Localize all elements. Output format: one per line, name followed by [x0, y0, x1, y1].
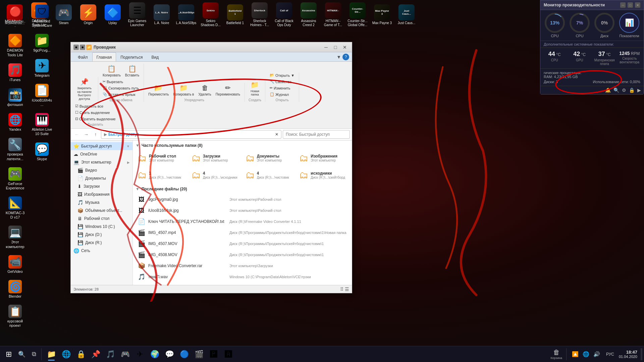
start-button[interactable]: ⊞	[2, 347, 16, 361]
perf-icon-3[interactable]: ⚙	[622, 87, 626, 93]
close-button[interactable]: ✕	[340, 44, 349, 51]
perf-icon-1[interactable]: 🔔	[605, 87, 611, 93]
move-button[interactable]: 📂 Переместить	[147, 83, 170, 97]
system-clock[interactable]: 18:47 01.04.2020	[616, 350, 640, 359]
nav-back-button[interactable]: ←	[73, 130, 81, 138]
delete-button[interactable]: 🗑 Удалить	[197, 83, 213, 97]
tray-volume[interactable]: 🔊	[592, 350, 601, 359]
tray-expand[interactable]: 🔼	[571, 350, 580, 359]
file-item-4[interactable]: 🎬 IMG_4507.MOV Диск (R:)\Программы\Продж…	[136, 238, 349, 249]
new-folder-button[interactable]: 📁 Новаяпапка	[248, 80, 262, 97]
top-icon-maxpayne[interactable]: Max Payne 3Max Payne 3	[371, 3, 393, 26]
desktop-icon-telegram[interactable]: ✈Telegram	[30, 58, 54, 79]
desktop-icon-msiafter[interactable]: 🔴MSIAfterbu...	[3, 3, 27, 29]
desktop-icon-gcpv[interactable]: 📁9gcPcvg...	[30, 33, 54, 54]
show-desktop-button[interactable]	[641, 348, 642, 360]
top-icon-epic[interactable]: ☰Epic Games Launcher	[126, 1, 149, 28]
folder-item-5[interactable]: 🗂 4 Диск (R:)\...\исходники	[190, 168, 241, 183]
top-icon-la_noire[interactable]: L.A. NoireL.A. Noire	[150, 3, 173, 26]
top-icon-uplay[interactable]: 🔷Uplay	[101, 3, 124, 26]
taskbar-app-explorer[interactable]: 📁	[44, 347, 58, 361]
cut-button[interactable]: ✂ Вырезать	[101, 79, 141, 84]
desktop-icon-geforce[interactable]: 🎮GeForce Experience	[3, 166, 27, 192]
copy-to-button[interactable]: 📁 Копировать в	[172, 83, 196, 97]
copy-button[interactable]: 📋 Копировать	[101, 64, 122, 78]
top-icon-jc4[interactable]: Just Caus...Just Caus...	[395, 3, 418, 26]
taskbar-app-ae[interactable]: 🅰	[221, 347, 235, 361]
addr-clear-button[interactable]: ✕	[275, 132, 278, 137]
top-icon-cs[interactable]: Counter-Str...Counter-Str... Global Offe…	[346, 1, 369, 28]
sidebar-item-music[interactable]: 🎵 Музыка	[71, 198, 132, 206]
folder-item-6[interactable]: 🗂 4 Диск (R:)\...\чистовик	[244, 168, 296, 183]
paste-button[interactable]: 📋 Вставить	[123, 64, 141, 78]
folder-item-7[interactable]: 🗂 исходники Диск (R:)\...\скейтборд	[297, 168, 349, 183]
top-icon-hitman[interactable]: HITMAN -HITMAN - Game of T...	[322, 1, 344, 28]
tab-share[interactable]: Поделиться	[116, 53, 147, 61]
restore-button[interactable]: □	[331, 44, 340, 51]
desktop-icon-daemon[interactable]: 🔶DAEMON Tools Lite	[3, 33, 27, 58]
top-icon-bf1[interactable]: Battlefield 1Battlefield 1	[224, 3, 247, 26]
edit-button[interactable]: ✏ Изменить	[268, 85, 296, 91]
invert-selection-button[interactable]: ⊡ Обратить выделение	[73, 116, 117, 122]
search-button[interactable]: 🔍	[16, 348, 28, 360]
top-icon-cod[interactable]: Call ofCall of Black Ops Duty	[273, 1, 296, 28]
sidebar-item-diskr[interactable]: 💾 Диск (R:)	[71, 239, 132, 247]
desktop-icon-iuoob[interactable]: 📄iUooB16h4s...	[30, 82, 54, 108]
sidebar-item-thispc[interactable]: 💻 Этот компьютер ▶	[71, 158, 132, 166]
select-all-button[interactable]: ☑ Выделить все	[73, 103, 117, 109]
file-item-0[interactable]: 🖼 9gcPcvgma0.jpg Этот компьютер\Рабочий …	[136, 194, 349, 205]
nav-up-button[interactable]: ↑	[92, 130, 100, 138]
top-icon-sherlock[interactable]: SherlockSherlock Holmes - T...	[248, 1, 271, 28]
file-item-3[interactable]: 🎬 IMG_4507.mp4 Диск (R:)\Программы\Продж…	[136, 227, 349, 238]
sidebar-item-onedrive[interactable]: ☁ OneDrive	[71, 150, 132, 158]
perf-graph[interactable]: 📊 Показатели	[618, 13, 641, 38]
file-item-1[interactable]: 🖼 iUooB16h4sk.jpg Этот компьютер\Рабочий…	[136, 205, 349, 216]
top-icon-la50fps[interactable]: L.A.Noir50fpsL.A.Noir50fps	[175, 3, 198, 26]
folder-item-3[interactable]: 🗂 Изображения Этот компьютер	[297, 150, 349, 166]
sidebar-item-images[interactable]: 🖼 Изображения	[71, 190, 132, 198]
top-icon-steam[interactable]: 🎮Steam	[52, 3, 75, 26]
desktop-icon-live[interactable]: 🎹Ableton Live 10 Suite	[30, 112, 54, 137]
open-button[interactable]: 📂 Открыть ▼	[268, 72, 296, 78]
perf-icon-4[interactable]: 🔒	[629, 87, 635, 93]
sidebar-item-diskd[interactable]: 💾 Диск (D:)	[71, 231, 132, 239]
ribbon-expand-icon[interactable]: ▼	[336, 54, 341, 60]
desktop-icon-skype[interactable]: 💬Skype	[30, 141, 54, 163]
top-icon-ac2[interactable]: AssassinsAssassins Creed 2	[297, 1, 320, 28]
file-item-2[interactable]: 📄 Ключ ЧИТАТЬ ПЕРЕД УСТАНОВКОЙ!.txt Диск…	[136, 216, 349, 227]
top-icon-origin[interactable]: ⚡Origin	[77, 3, 100, 26]
minimize-button[interactable]: ─	[322, 44, 330, 51]
ribbon-tabs[interactable]: Файл Главная Поделиться Вид ▼ ?	[71, 52, 352, 62]
folder-item-0[interactable]: 🗂 Рабочий стол Этот компьютер	[136, 150, 187, 166]
address-path[interactable]: ▶ Быстрый доступ ✕	[101, 130, 281, 139]
nav-forward-button[interactable]: →	[82, 130, 90, 138]
folder-item-1[interactable]: 🗂 Загрузки Этот компьютер	[190, 150, 241, 166]
taskbar-app-vpn[interactable]: 🔒	[74, 347, 88, 361]
sidebar-item-docs[interactable]: 📄 Документы	[71, 174, 132, 182]
recent-arrow[interactable]: ▼	[136, 187, 140, 191]
desktop-icon-itunes[interactable]: 🎵iTunes	[3, 62, 27, 83]
desktop-icon-getvideo[interactable]: 📹GetVideo	[3, 254, 27, 275]
perf-icon-5[interactable]: ▶	[637, 87, 641, 93]
paste-shortcut-button[interactable]: 📎 Вставить ярлык	[101, 92, 141, 97]
file-item-6[interactable]: 📦 Freemake.Video.Converter.rar Этот комп…	[136, 260, 349, 271]
sidebar-item-quick[interactable]: ⭐ Быстрый доступ ▼	[71, 142, 132, 150]
folder-item-2[interactable]: 🗂 Документы Этот компьютер	[244, 150, 296, 166]
desktop-icon-advanced[interactable]: 🛡Advanced SystemCare	[30, 3, 54, 29]
sidebar-item-downloads[interactable]: ⬇ Загрузки	[71, 182, 132, 190]
language-indicator[interactable]: РУС	[604, 352, 616, 357]
perf-controls[interactable]: ─ □ ✕	[620, 2, 640, 8]
titlebar-controls[interactable]: ─ □ ✕	[322, 44, 349, 51]
taskbar-app-browser2[interactable]: 🌍	[148, 347, 162, 361]
taskbar-app-yandex-tb[interactable]: 🌐	[59, 347, 73, 361]
sidebar-item-desktop[interactable]: 🖥 Рабочий стол	[71, 215, 132, 223]
trash-container[interactable]: 🗑 Корзина	[551, 349, 562, 360]
taskbar-app-telegram-tb[interactable]: ✈	[133, 347, 147, 361]
tray-network[interactable]: 🌐	[581, 350, 591, 359]
desktop-icon-etot[interactable]: 💻Этот компьютер	[3, 224, 27, 250]
file-item-5[interactable]: 🎬 IMG_4508.MOV Диск (R:)\Программы\Продж…	[136, 249, 349, 260]
taskbar-app-skype-tb[interactable]: 💬	[162, 347, 176, 361]
view-controls[interactable]: ⠿ ☰	[340, 287, 349, 292]
freq-arrow[interactable]: ▼	[136, 143, 140, 148]
desktop-icon-proverka[interactable]: 🔧проверка латенти...	[3, 136, 27, 162]
